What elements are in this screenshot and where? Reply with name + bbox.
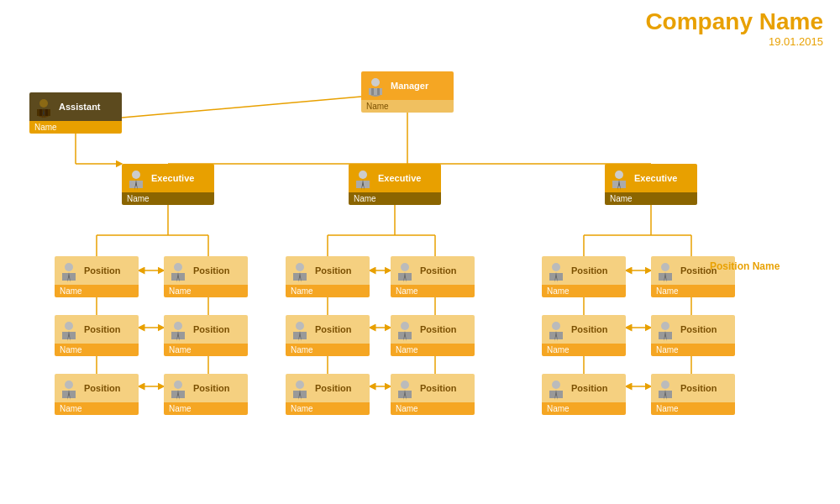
- svg-point-123: [552, 322, 560, 330]
- svg-rect-44: [369, 88, 382, 95]
- position-card-5a[interactable]: Position Name: [286, 315, 370, 356]
- pos8b-name: Name: [651, 344, 735, 356]
- assistant-name: Name: [29, 121, 122, 134]
- header: Company Name 19.01.2015: [645, 8, 823, 48]
- pos3a-name: Name: [55, 402, 139, 415]
- pos3a-avatar: [57, 376, 81, 400]
- pos6a-name: Name: [286, 402, 370, 415]
- position-card-9a[interactable]: Position Name: [542, 374, 626, 415]
- pos1a-name: Name: [55, 285, 139, 297]
- svg-point-95: [401, 263, 409, 271]
- exec3-title: Executive: [634, 173, 677, 183]
- position-name-label: Position Name: [710, 260, 780, 272]
- exec3-name: Name: [605, 192, 697, 205]
- executive-card-3[interactable]: Executive Name: [605, 164, 697, 205]
- pos1a-avatar: [57, 259, 81, 282]
- pos3b-name: Name: [164, 402, 248, 415]
- position-card-8b[interactable]: Position Name: [651, 315, 735, 356]
- position-card-8a[interactable]: Position Name: [542, 315, 626, 356]
- position-card-4b[interactable]: Position Name: [391, 256, 475, 297]
- pos6a-avatar: [288, 376, 312, 400]
- pos2a-name: Name: [55, 344, 139, 356]
- pos3b-title: Position: [193, 383, 229, 393]
- pos7b-avatar: [654, 259, 677, 282]
- position-card-2b[interactable]: Position Name: [164, 315, 248, 356]
- svg-point-115: [552, 263, 560, 271]
- exec1-card-inner: Executive: [122, 164, 214, 192]
- position-card-5b[interactable]: Position Name: [391, 315, 475, 356]
- pos5a-title: Position: [315, 324, 351, 334]
- company-name: Company Name: [645, 8, 823, 35]
- pos5b-inner: Position: [391, 315, 475, 344]
- position-card-2a[interactable]: Position Name: [55, 315, 139, 356]
- pos2b-name: Name: [164, 344, 248, 356]
- pos8b-inner: Position: [651, 315, 735, 344]
- exec3-card-inner: Executive: [605, 164, 697, 192]
- svg-rect-51: [39, 109, 42, 116]
- pos1b-name: Name: [164, 285, 248, 297]
- pos7a-inner: Position: [542, 256, 626, 285]
- manager-card[interactable]: Manager Name: [361, 71, 454, 113]
- svg-point-127: [661, 322, 669, 330]
- pos2a-title: Position: [84, 324, 120, 334]
- pos1a-title: Position: [84, 265, 120, 276]
- manager-name: Name: [361, 100, 454, 113]
- manager-card-inner: Manager: [361, 71, 454, 100]
- svg-point-48: [39, 99, 48, 108]
- position-card-3a[interactable]: Position Name: [55, 374, 139, 415]
- org-chart-page: Company Name 19.01.2015: [0, 0, 840, 504]
- exec2-card-inner: Executive: [349, 164, 441, 192]
- pos2b-title: Position: [193, 324, 229, 334]
- pos1b-title: Position: [193, 265, 229, 276]
- pos4a-inner: Position: [286, 256, 370, 285]
- assistant-card-inner: Assistant: [29, 92, 122, 121]
- position-card-3b[interactable]: Position Name: [164, 374, 248, 415]
- pos7b-name: Name: [651, 285, 735, 297]
- position-card-6b[interactable]: Position Name: [391, 374, 475, 415]
- pos9b-avatar: [654, 376, 677, 400]
- svg-rect-46: [377, 88, 380, 95]
- svg-line-0: [122, 97, 361, 118]
- pos9a-name: Name: [542, 402, 626, 415]
- pos4a-title: Position: [315, 265, 351, 276]
- exec3-avatar: [607, 166, 631, 190]
- pos7a-name: Name: [542, 285, 626, 297]
- pos9b-name: Name: [651, 402, 735, 415]
- pos5a-avatar: [288, 318, 312, 341]
- pos3b-inner: Position: [164, 374, 248, 402]
- svg-point-103: [401, 322, 409, 330]
- pos5a-name: Name: [286, 344, 370, 356]
- svg-point-55: [132, 171, 140, 179]
- pos9b-inner: Position: [651, 374, 735, 402]
- executive-card-2[interactable]: Executive Name: [349, 164, 441, 205]
- manager-title: Manager: [391, 81, 428, 91]
- position-card-1a[interactable]: Position Name: [55, 256, 139, 297]
- pos8a-avatar: [544, 318, 568, 341]
- position-card-7a[interactable]: Position Name: [542, 256, 626, 297]
- pos2a-avatar: [57, 318, 81, 341]
- exec1-title: Executive: [151, 173, 194, 183]
- pos8a-name: Name: [542, 344, 626, 356]
- pos2a-inner: Position: [55, 315, 139, 344]
- pos5a-inner: Position: [286, 315, 370, 344]
- position-card-4a[interactable]: Position Name: [286, 256, 370, 297]
- svg-point-59: [359, 171, 367, 179]
- assistant-card[interactable]: Assistant Name: [29, 92, 122, 134]
- svg-point-67: [65, 263, 73, 271]
- svg-point-131: [552, 381, 560, 389]
- company-date: 19.01.2015: [645, 35, 823, 48]
- pos5b-name: Name: [391, 344, 475, 356]
- pos8a-inner: Position: [542, 315, 626, 344]
- exec1-name: Name: [122, 192, 214, 205]
- position-card-6a[interactable]: Position Name: [286, 374, 370, 415]
- position-card-1b[interactable]: Position Name: [164, 256, 248, 297]
- pos7a-avatar: [544, 259, 568, 282]
- pos4a-avatar: [288, 259, 312, 282]
- executive-card-1[interactable]: Executive Name: [122, 164, 214, 205]
- svg-point-63: [615, 171, 623, 179]
- pos3a-inner: Position: [55, 374, 139, 402]
- position-card-9b[interactable]: Position Name: [651, 374, 735, 415]
- manager-avatar: [364, 74, 387, 97]
- pos9b-title: Position: [680, 383, 717, 393]
- pos1b-inner: Position: [164, 256, 248, 285]
